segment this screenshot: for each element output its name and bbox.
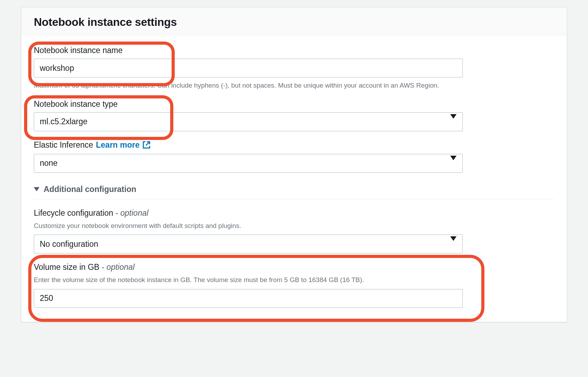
lifecycle-label-main: Lifecycle configuration (34, 208, 113, 217)
instance-name-label: Notebook instance name (34, 46, 554, 55)
learn-more-text: Learn more (96, 140, 140, 149)
lifecycle-config-select[interactable]: No configuration (34, 235, 463, 253)
instance-type-value: ml.c5.2xlarge (40, 117, 88, 126)
lifecycle-label: Lifecycle configuration - optional (34, 208, 554, 218)
settings-panel: Notebook instance settings Notebook inst… (21, 7, 567, 322)
lifecycle-label-optional: - optional (113, 208, 149, 217)
field-elastic-inference: Elastic Inference Learn more none (34, 140, 554, 173)
elastic-inference-select[interactable]: none (34, 154, 463, 173)
field-volume-size: Volume size in GB - optional Enter the v… (34, 263, 554, 308)
elastic-inference-value: none (40, 158, 58, 168)
volume-size-label-optional: - optional (99, 263, 135, 272)
instance-type-label: Notebook instance type (34, 99, 554, 109)
caret-down-icon (34, 187, 39, 191)
field-instance-name: Notebook instance name Maximum of 63 alp… (34, 46, 554, 90)
additional-config-toggle[interactable]: Additional configuration (34, 182, 554, 199)
panel-title: Notebook instance settings (34, 16, 554, 29)
panel-header: Notebook instance settings (21, 7, 567, 35)
instance-name-input[interactable] (34, 59, 463, 77)
additional-config-label: Additional configuration (44, 185, 136, 194)
external-link-icon (142, 141, 151, 149)
field-lifecycle-config: Lifecycle configuration - optional Custo… (34, 208, 554, 254)
lifecycle-config-value: No configuration (40, 239, 98, 249)
instance-type-select[interactable]: ml.c5.2xlarge (34, 112, 463, 131)
volume-size-label: Volume size in GB - optional (34, 263, 554, 272)
instance-name-hint: Maximum of 63 alphanumeric characters. C… (34, 81, 554, 90)
panel-body: Notebook instance name Maximum of 63 alp… (21, 35, 567, 322)
volume-size-hint: Enter the volume size of the notebook in… (34, 275, 554, 285)
lifecycle-hint: Customize your notebook environment with… (34, 221, 554, 231)
volume-size-input[interactable] (34, 289, 463, 308)
volume-size-label-main: Volume size in GB (34, 263, 99, 272)
learn-more-link[interactable]: Learn more (96, 140, 140, 150)
field-instance-type: Notebook instance type ml.c5.2xlarge (34, 99, 554, 131)
elastic-inference-label: Elastic Inference (34, 140, 93, 150)
